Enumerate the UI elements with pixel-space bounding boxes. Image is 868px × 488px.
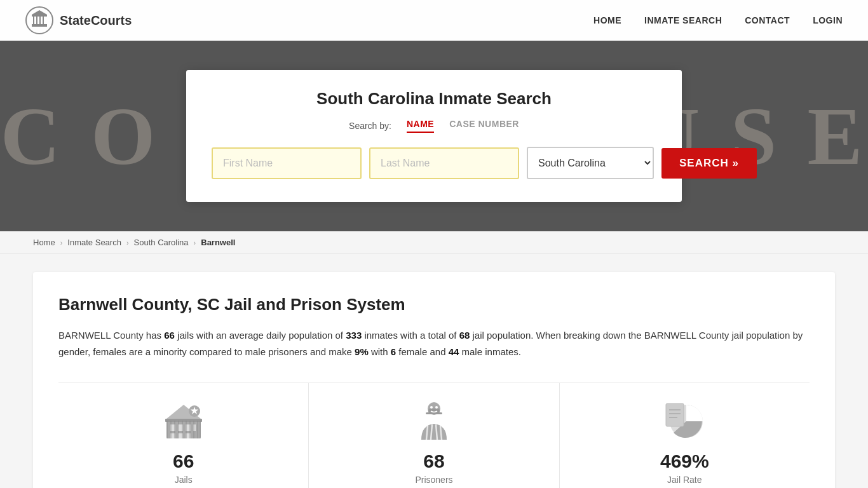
svg-rect-4: [39, 17, 41, 24]
svg-rect-6: [32, 15, 47, 17]
desc-part5: with: [369, 346, 391, 357]
svg-marker-7: [32, 10, 47, 15]
nav-inmate-search[interactable]: INMATE SEARCH: [644, 15, 722, 25]
svg-rect-40: [666, 403, 684, 426]
stat-jail-rate-number: 469%: [660, 451, 709, 472]
hero-section: C O U R T H O U S E South Carolina Inmat…: [0, 41, 868, 231]
svg-rect-24: [182, 421, 183, 438]
tab-case-number[interactable]: CASE NUMBER: [449, 119, 519, 133]
main-nav: HOME INMATE SEARCH CONTACT LOGIN: [593, 15, 843, 25]
svg-rect-26: [189, 421, 191, 438]
logo-icon: [25, 6, 53, 34]
building-icon: [158, 398, 209, 443]
desc-male: 44: [449, 346, 459, 357]
svg-rect-3: [36, 17, 37, 24]
content-card: Barnwell County, SC Jail and Prison Syst…: [33, 272, 835, 488]
stats-row: 66 Jails: [58, 383, 810, 488]
desc-part2: jails with an average daily population o…: [175, 330, 346, 341]
breadcrumb-sep-1: ›: [60, 239, 63, 247]
nav-login[interactable]: LOGIN: [813, 15, 843, 25]
svg-rect-5: [43, 17, 44, 24]
desc-intro: BARNWELL County has: [58, 330, 164, 341]
breadcrumb-home[interactable]: Home: [33, 238, 55, 247]
nav-home[interactable]: HOME: [593, 15, 621, 25]
main-content: Barnwell County, SC Jail and Prison Syst…: [0, 254, 868, 488]
content-description: BARNWELL County has 66 jails with an ave…: [58, 327, 810, 360]
desc-part6: female and: [396, 346, 449, 357]
stat-jails-number: 66: [173, 451, 194, 472]
chart-icon: [659, 398, 710, 443]
desc-female: 6: [391, 346, 396, 357]
svg-rect-23: [178, 421, 179, 438]
svg-rect-28: [197, 421, 198, 438]
logo-area[interactable]: StateCourts: [25, 6, 132, 34]
stat-prisoners: 68 Prisoners: [309, 383, 559, 488]
content-title: Barnwell County, SC Jail and Prison Syst…: [58, 295, 810, 315]
desc-part3: inmates with a total of: [362, 330, 459, 341]
breadcrumb: Home › Inmate Search › South Carolina › …: [0, 231, 868, 254]
desc-jails-count: 66: [164, 330, 175, 341]
svg-rect-20: [166, 421, 168, 438]
last-name-input[interactable]: [369, 147, 519, 179]
svg-rect-2: [33, 17, 34, 24]
site-name: StateCourts: [60, 13, 132, 28]
stat-jails: 66 Jails: [58, 383, 309, 488]
breadcrumb-sep-2: ›: [126, 239, 129, 247]
svg-rect-25: [186, 421, 187, 438]
stat-prisoners-label: Prisoners: [415, 475, 452, 485]
search-inputs-row: South CarolinaAlabamaAlaskaArizonaArkans…: [212, 147, 656, 179]
breadcrumb-inmate-search[interactable]: Inmate Search: [67, 238, 121, 247]
desc-avg-pop: 333: [346, 330, 362, 341]
site-header: StateCourts HOME INMATE SEARCH CONTACT L…: [0, 0, 868, 41]
svg-rect-21: [170, 421, 172, 438]
stat-jail-rate-label: Jail Rate: [667, 475, 702, 485]
search-by-label: Search by:: [349, 121, 391, 131]
svg-rect-27: [193, 421, 194, 438]
tab-name[interactable]: NAME: [407, 119, 434, 133]
svg-rect-22: [174, 421, 175, 438]
stat-prisoners-number: 68: [423, 451, 444, 472]
breadcrumb-current: Barnwell: [201, 238, 235, 247]
desc-total-pop: 68: [459, 330, 470, 341]
svg-rect-29: [200, 421, 201, 438]
svg-point-37: [430, 406, 433, 409]
first-name-input[interactable]: [212, 147, 362, 179]
stat-jails-label: Jails: [175, 475, 193, 485]
svg-point-38: [435, 406, 438, 409]
desc-part7: male inmates.: [459, 346, 521, 357]
search-by-row: Search by: NAME CASE NUMBER: [212, 119, 656, 133]
nav-contact[interactable]: CONTACT: [745, 15, 790, 25]
search-button[interactable]: SEARCH »: [661, 148, 757, 179]
search-card-title: South Carolina Inmate Search: [212, 89, 656, 109]
breadcrumb-sep-3: ›: [194, 239, 196, 247]
desc-pct: 9%: [355, 346, 369, 357]
search-card: South Carolina Inmate Search Search by: …: [186, 70, 682, 202]
state-select[interactable]: South CarolinaAlabamaAlaskaArizonaArkans…: [527, 147, 654, 179]
svg-rect-1: [32, 24, 47, 27]
stat-jail-rate: 469% Jail Rate: [560, 383, 810, 488]
prisoner-icon: [409, 398, 459, 443]
breadcrumb-state[interactable]: South Carolina: [134, 238, 189, 247]
